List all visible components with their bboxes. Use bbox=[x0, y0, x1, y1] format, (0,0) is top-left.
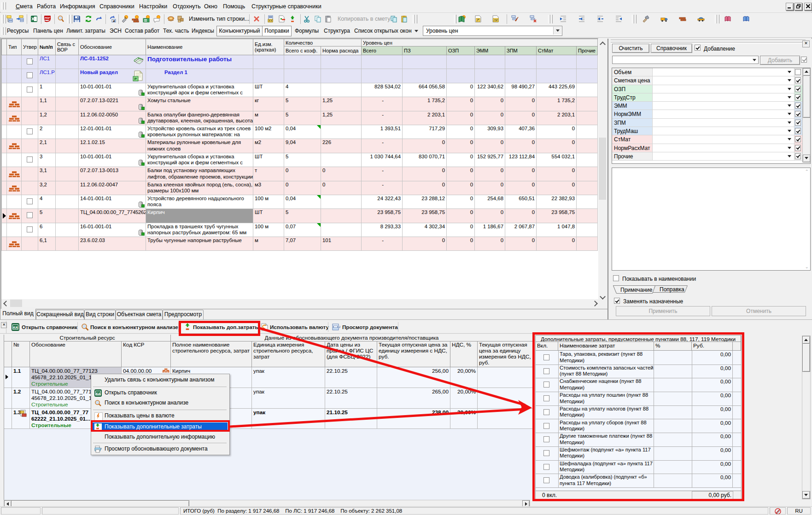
svg-text:Примечание: Примечание bbox=[620, 287, 653, 293]
svg-text:ПР: ПР bbox=[494, 19, 497, 22]
svg-text:КА: КА bbox=[13, 325, 18, 330]
svg-text:Поправка: Поправка bbox=[660, 286, 684, 293]
svg-text:PDF: PDF bbox=[45, 17, 50, 19]
svg-text:P: P bbox=[134, 77, 137, 81]
svg-text:КА: КА bbox=[96, 392, 100, 396]
svg-text:P: P bbox=[477, 18, 479, 22]
